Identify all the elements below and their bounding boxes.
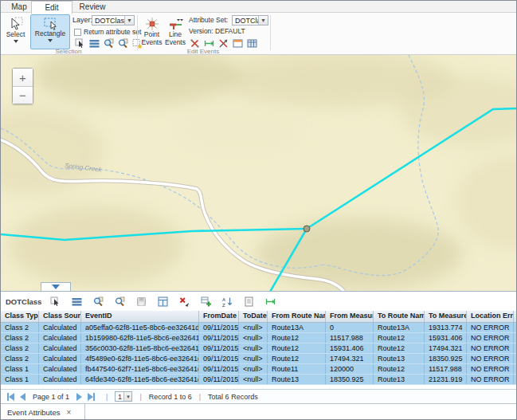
map-view[interactable]: Spring Creek + −: [1, 55, 517, 291]
column-header-from-measure[interactable]: From Measure: [326, 311, 374, 322]
split-event-icon[interactable]: [189, 37, 200, 49]
table-header-row: Class TypeClass SourceEventIDFromDateToD…: [1, 311, 517, 323]
page-number-value: 1: [116, 393, 123, 401]
tab-event-attributes[interactable]: Event Attributes ×: [1, 404, 85, 420]
column-header-class-source[interactable]: Class Source: [39, 311, 81, 322]
version-label: Version: DEFAULT: [189, 27, 245, 35]
pagination-separator: |: [199, 393, 201, 401]
svg-text:Z: Z: [222, 302, 225, 306]
delete-record-icon[interactable]: [178, 296, 190, 307]
table-cell: 09/11/2015: [199, 354, 239, 363]
column-header-eventid[interactable]: EventID: [81, 311, 199, 322]
close-icon[interactable]: ×: [67, 408, 72, 417]
table-cell: Route13A: [374, 323, 425, 332]
table-cell: 18350.925: [425, 354, 467, 363]
table-toolbar-icons: AZ: [49, 296, 283, 307]
zoom-to-selection-icon[interactable]: [103, 37, 114, 49]
first-page-button[interactable]: [7, 393, 14, 401]
pan-to-selection-icon[interactable]: [117, 37, 128, 49]
table-row[interactable]: Class 1Calculatedfb447540-62f7-11e5-8bc6…: [1, 364, 517, 375]
column-header-to-route-name[interactable]: To Route Name: [374, 311, 425, 322]
attribute-set-dropdown-value: DOTClass: [233, 17, 258, 25]
ribbon-group-separator: [137, 15, 138, 50]
select-button-label: Select: [6, 31, 25, 39]
pagination-separator: |: [139, 393, 141, 401]
column-header-location-error[interactable]: Location Error: [467, 311, 514, 322]
column-header-from-route-name[interactable]: From Route Name: [268, 311, 326, 322]
select-records-icon[interactable]: [49, 296, 61, 307]
table-cell: NO ERROR: [467, 354, 514, 363]
table-cell: <null>: [239, 333, 268, 343]
add-record-icon[interactable]: [200, 296, 211, 307]
chevron-down-icon: [14, 40, 18, 43]
column-header-todate[interactable]: ToDate: [239, 311, 268, 322]
select-button[interactable]: Select: [3, 14, 28, 51]
table-row[interactable]: Class 2Calculated356c0030-62f8-11e5-8bc6…: [1, 343, 517, 354]
chevron-down-icon[interactable]: ▼: [124, 16, 134, 25]
table-cell: 11517.988: [425, 364, 467, 374]
selection-list-icon[interactable]: [88, 37, 100, 49]
return-attribute-set-row: Return attribute set: [74, 28, 141, 36]
zoom-to-selected-icon[interactable]: [92, 296, 104, 307]
return-attribute-set-checkbox[interactable]: [74, 29, 81, 36]
table-cell: Class 1: [1, 375, 39, 384]
tab-review[interactable]: Review: [74, 1, 111, 13]
chevron-down-icon[interactable]: ▼: [258, 16, 268, 25]
measure-event-icon[interactable]: [203, 37, 214, 49]
column-header-fromdate[interactable]: FromDate: [199, 311, 239, 322]
chevron-down-icon[interactable]: ▼: [123, 392, 131, 401]
point-events-button[interactable]: Point Events: [140, 14, 163, 51]
ribbon-group-separator: [270, 15, 271, 50]
table-row[interactable]: Class 1Calculated64fde340-62f8-11e5-8bc6…: [1, 375, 517, 385]
sort-icon[interactable]: AZ: [221, 296, 233, 307]
tab-map[interactable]: Map: [6, 1, 33, 13]
last-page-button[interactable]: [88, 393, 95, 401]
show-selected-icon[interactable]: [71, 296, 82, 307]
zoom-in-button[interactable]: +: [13, 69, 33, 86]
table-cell: Calculated: [39, 375, 81, 384]
page-number-dropdown[interactable]: 1 ▼: [115, 391, 132, 402]
table-cell: <null>: [239, 354, 268, 363]
save-icon[interactable]: [135, 296, 147, 307]
table-cell: 17494.321: [425, 343, 467, 353]
point-events-label: Point Events: [141, 31, 163, 47]
route-junction-marker[interactable]: [304, 226, 310, 232]
field-calculator-icon[interactable]: [157, 296, 168, 307]
pagination-separator: |: [106, 393, 108, 401]
rectangle-select-button[interactable]: Rectangle: [30, 14, 70, 49]
tab-edit[interactable]: Edit: [31, 1, 72, 14]
panel-collapse-tab[interactable]: [41, 282, 71, 291]
measure-icon[interactable]: [264, 296, 276, 307]
line-events-button[interactable]: Line Events: [164, 14, 186, 51]
event-attributes-tab-label: Event Attributes: [7, 408, 61, 417]
table-cell: 15931.406: [326, 343, 374, 353]
event-attributes-window-icon[interactable]: [232, 37, 243, 49]
notes-icon[interactable]: [243, 296, 254, 307]
table-cell: Route13: [374, 354, 425, 363]
table-cell: 18350.925: [326, 375, 374, 384]
pan-to-selected-icon[interactable]: [114, 296, 125, 307]
table-cell: 1b159980-62f8-11e5-8bc6-ee32641d5ec9: [81, 333, 199, 343]
table-row[interactable]: Class 2Calculated4f5489e0-62f8-11e5-8bc6…: [1, 354, 517, 364]
zoom-out-button[interactable]: −: [13, 86, 33, 104]
table-cell: Route13: [268, 375, 326, 384]
merge-event-icon[interactable]: [217, 37, 229, 49]
table-row[interactable]: Class 2Calculateda05effa0-62f8-11e5-8bc6…: [1, 323, 517, 333]
attribute-set-dropdown[interactable]: DOTClass ▼: [232, 15, 268, 26]
chevron-down-icon: [48, 39, 53, 42]
table-cell: NO ERROR: [467, 364, 514, 374]
next-page-button[interactable]: [76, 393, 82, 401]
table-cell: Class 2: [1, 323, 39, 332]
return-attribute-set-label: Return attribute set: [84, 28, 141, 36]
table-cell: Route13: [374, 375, 425, 384]
rectangle-select-icon: [43, 17, 57, 30]
event-attributes-table-icon[interactable]: [246, 37, 257, 49]
column-header-to-measure[interactable]: To Measure: [425, 311, 467, 322]
previous-page-button[interactable]: [20, 393, 25, 401]
layer-dropdown[interactable]: DOTClass ▼: [92, 15, 135, 26]
table-cell: Route12: [268, 343, 326, 353]
column-header-class-type[interactable]: Class Type: [1, 311, 39, 322]
table-row[interactable]: Class 2Calculated1b159980-62f8-11e5-8bc6…: [1, 333, 517, 343]
table-cell: Class 1: [1, 364, 39, 374]
select-features-icon[interactable]: [74, 37, 85, 49]
